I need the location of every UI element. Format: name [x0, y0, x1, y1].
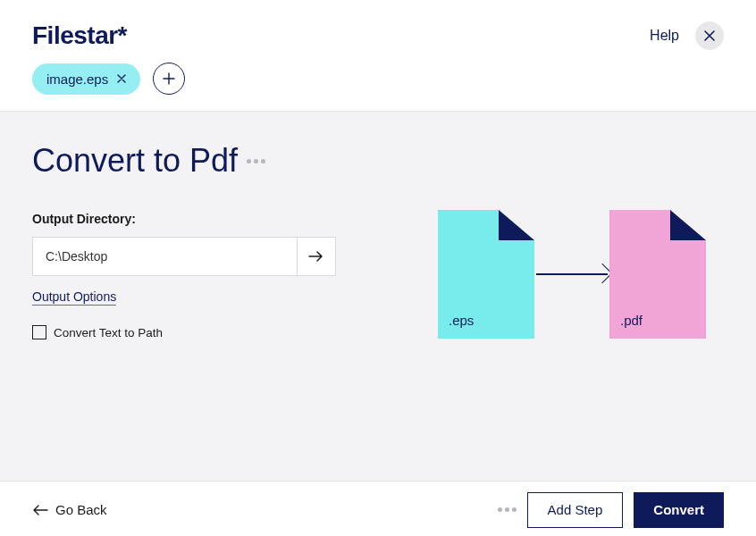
go-back-label: Go Back [55, 502, 107, 517]
app-logo: Filestar* [32, 21, 127, 50]
file-icon-eps: .eps [438, 210, 534, 339]
page-title: Convert to Pdf [32, 142, 238, 180]
title-more-icon[interactable] [247, 159, 265, 163]
file-icon-pdf: .pdf [609, 210, 706, 339]
footer-more-icon[interactable] [498, 507, 517, 512]
output-options-link[interactable]: Output Options [32, 289, 116, 306]
file-icon-pdf-label: .pdf [620, 313, 643, 328]
add-file-button[interactable] [153, 63, 185, 95]
file-chip-label: image.eps [46, 71, 108, 87]
file-icon-eps-label: .eps [449, 313, 474, 328]
remove-file-icon[interactable] [117, 74, 126, 83]
add-step-button[interactable]: Add Step [527, 492, 624, 528]
convert-text-to-path-checkbox[interactable] [32, 325, 46, 339]
help-link[interactable]: Help [650, 28, 679, 44]
close-icon [704, 30, 715, 41]
output-directory-input[interactable] [32, 237, 297, 276]
arrow-right-icon [308, 250, 324, 263]
close-button[interactable] [695, 21, 724, 50]
arrow-right-icon [536, 273, 608, 275]
plus-icon [163, 72, 175, 85]
go-back-button[interactable]: Go Back [32, 502, 107, 517]
convert-button[interactable]: Convert [634, 492, 724, 528]
convert-text-to-path-label: Convert Text to Path [54, 326, 163, 339]
arrow-left-icon [32, 505, 48, 515]
output-directory-label: Output Directory: [32, 212, 336, 226]
output-directory-browse-button[interactable] [297, 237, 336, 276]
file-chip[interactable]: image.eps [32, 63, 140, 95]
conversion-illustration: .eps .pdf [438, 210, 706, 339]
